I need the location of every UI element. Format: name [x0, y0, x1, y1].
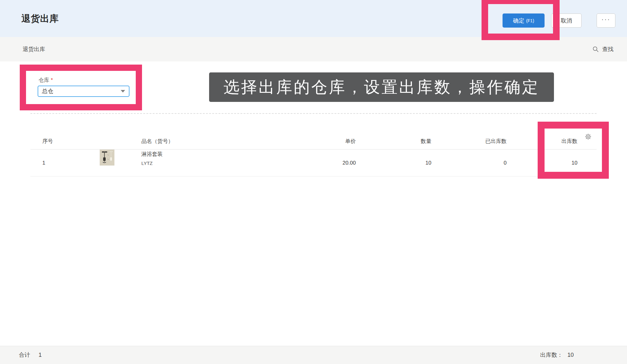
table-row: 1 淋浴套装 LYTZ 20.00 10 0 10 [30, 150, 597, 177]
col-header-out: 出库数 [515, 133, 577, 150]
col-header-index: 序号 [42, 133, 53, 150]
warehouse-select[interactable]: 总仓 [38, 86, 129, 97]
footer-bar: 合计 1 出库数： 10 [0, 346, 627, 364]
row-unit-price: 20.00 [293, 150, 356, 177]
product-sku: LYTZ [141, 160, 163, 167]
row-shipped-count: 0 [444, 150, 507, 177]
footer-outbound-label: 出库数： [540, 346, 563, 364]
breadcrumb-bar: 退货出库 查找 [0, 37, 627, 61]
row-quantity: 10 [369, 150, 431, 177]
warehouse-field-label: 仓库* [39, 76, 53, 84]
instruction-tooltip: 选择出库的仓库，设置出库数，操作确定 [209, 72, 554, 102]
cancel-button-label: 取消 [561, 17, 572, 24]
page-title: 退货出库 [21, 0, 59, 37]
product-name: 淋浴套装 [141, 150, 163, 158]
row-index: 1 [42, 150, 45, 177]
col-header-qty: 数量 [369, 133, 431, 150]
search-icon [592, 46, 599, 53]
more-actions-button[interactable]: ··· [597, 13, 615, 28]
confirm-button[interactable]: 确定 (F1) [503, 13, 545, 28]
product-name-cell: 淋浴套装 LYTZ [141, 150, 163, 177]
warehouse-label-text: 仓库 [39, 77, 49, 83]
top-bar: 退货出库 确定 (F1) 取消 ··· [0, 0, 627, 37]
dashed-divider [30, 113, 597, 114]
confirm-button-hotkey: (F1) [526, 18, 534, 23]
product-thumbnail[interactable] [100, 150, 114, 177]
col-header-price: 单价 [293, 133, 356, 150]
required-asterisk: * [51, 77, 53, 83]
row-outbound-count[interactable]: 10 [515, 150, 577, 177]
total-label: 合计 [19, 346, 30, 364]
col-header-name: 品名（货号） [141, 133, 173, 150]
chevron-down-icon [121, 90, 125, 92]
search-label: 查找 [602, 45, 614, 53]
footer-outbound-value: 10 [567, 346, 574, 364]
table-header: 序号 品名（货号） 单价 数量 已出库数 出库数 [30, 133, 597, 150]
search-button[interactable]: 查找 [592, 37, 614, 61]
return-outbound-page: 退货出库 确定 (F1) 取消 ··· 退货出库 查找 仓库* 总仓 [0, 0, 627, 364]
column-settings-gear-icon[interactable] [585, 133, 592, 150]
breadcrumb: 退货出库 [23, 37, 45, 61]
cancel-button[interactable]: 取消 [551, 13, 582, 28]
total-value: 1 [39, 346, 42, 364]
warehouse-select-value: 总仓 [42, 87, 121, 95]
col-header-shipped: 已出库数 [444, 133, 507, 150]
confirm-button-label: 确定 [513, 17, 524, 24]
ellipsis-icon: ··· [602, 16, 611, 23]
